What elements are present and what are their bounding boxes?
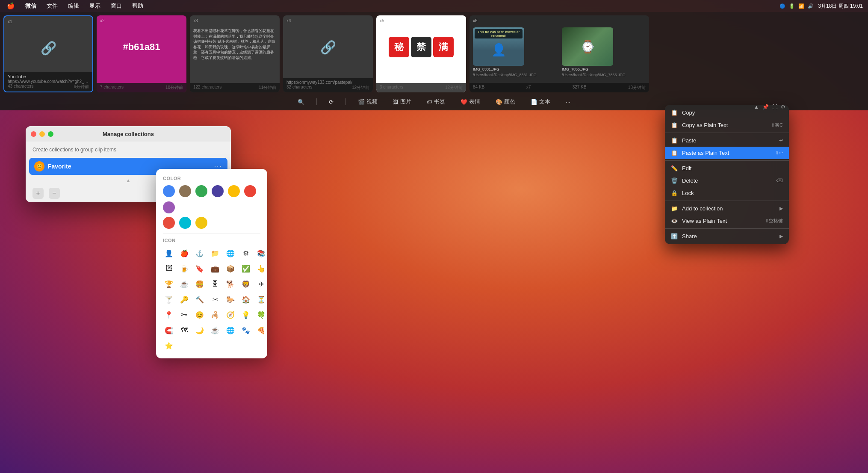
icon-cocktail[interactable]: 🍸 xyxy=(163,293,175,305)
cm-lock-label: Lock xyxy=(682,190,783,196)
icon-scorpion[interactable]: 🦂 xyxy=(209,309,221,321)
icon-book[interactable]: 📚 xyxy=(255,247,267,259)
clip-card-6[interactable]: x6 This file has been moved or renamed! … xyxy=(469,15,649,92)
clip-card-5[interactable]: x5 秘 禁 满 3 characters 12分钟前 xyxy=(376,15,466,92)
icon-pin[interactable]: 📍 xyxy=(163,309,175,321)
menubar-file[interactable]: 文件 xyxy=(45,1,59,11)
cm-share[interactable]: ⬆️ Share ▶ xyxy=(665,230,789,242)
menubar-view[interactable]: 显示 xyxy=(88,1,102,11)
menubar-window[interactable]: 窗口 xyxy=(109,1,124,11)
icon-coffee[interactable]: ☕ xyxy=(178,278,190,290)
icon-check[interactable]: ✅ xyxy=(240,263,252,275)
color-red-2[interactable] xyxy=(244,185,256,197)
icon-key2[interactable]: 🔑 xyxy=(178,293,190,305)
icon-hammer[interactable]: 🔨 xyxy=(194,293,206,305)
icon-apple[interactable]: 🍎 xyxy=(178,247,190,259)
color-brown[interactable] xyxy=(179,185,191,197)
icon-moon[interactable]: 🌙 xyxy=(194,324,206,336)
icon-globe[interactable]: 🌐 xyxy=(224,247,236,259)
remove-collection-button[interactable]: − xyxy=(49,188,60,199)
icon-plane[interactable]: ✈ xyxy=(255,278,267,290)
clip-card-3[interactable]: x3 我看不出是哪种花草在脚旁，什么清香的花挂在树枝上：在温馨的幽暗里，我只能猜… xyxy=(190,15,280,92)
cm-copy-plain-label: Copy as Plain Text xyxy=(682,122,767,128)
add-collection-button[interactable]: + xyxy=(32,188,44,199)
color-blue[interactable] xyxy=(163,185,175,197)
icon-beer[interactable]: 🍺 xyxy=(178,263,190,275)
icon-hourglass[interactable]: ⏳ xyxy=(255,293,267,305)
icon-burger[interactable]: 🍔 xyxy=(194,278,206,290)
card5-meta: 3 characters 12分钟前 xyxy=(380,85,463,91)
cm-paste-plain[interactable]: 📋 Paste as Plain Text ⇧↩ xyxy=(665,147,789,159)
card4-header: x4 xyxy=(283,15,373,26)
card3-footer: 122 characters 11分钟前 xyxy=(190,83,280,92)
icon-bookmark[interactable]: 🔖 xyxy=(194,263,206,275)
menubar-edit[interactable]: 编辑 xyxy=(66,1,81,11)
clip-card-2[interactable]: x2 #b61a81 7 characters 10分钟前 xyxy=(97,15,186,92)
icon-folder[interactable]: 📁 xyxy=(209,247,221,259)
toolbar-video[interactable]: 🎬 视频 xyxy=(354,96,381,107)
icon-magnet[interactable]: 🧲 xyxy=(163,324,175,336)
icon-house[interactable]: 🏠 xyxy=(240,293,252,305)
maximize-button[interactable] xyxy=(48,131,53,137)
toolbar-more[interactable]: ··· xyxy=(562,97,574,107)
clip-card-4[interactable]: x4 🔗 https://onmyway133.com/pastepai/ 32… xyxy=(283,15,373,92)
cm-copy[interactable]: 📋 Copy xyxy=(665,106,789,119)
icon-anchor[interactable]: ⚓ xyxy=(194,247,206,259)
menubar-help[interactable]: 帮助 xyxy=(130,1,145,11)
cm-add-collection[interactable]: 📁 Add to collection ▶ xyxy=(665,202,789,215)
icon-star[interactable]: ⭐ xyxy=(163,340,175,352)
icon-paw[interactable]: 🐾 xyxy=(240,324,252,336)
icon-box[interactable]: 📦 xyxy=(224,263,236,275)
icon-trophy[interactable]: 🏆 xyxy=(163,278,175,290)
icon-horse[interactable]: 🐎 xyxy=(224,293,236,305)
color-green[interactable] xyxy=(195,185,207,197)
toolbar-emoji[interactable]: ❤️ 表情 xyxy=(457,96,484,107)
color-cyan[interactable] xyxy=(179,217,191,229)
icon-pizza[interactable]: 🍕 xyxy=(255,324,267,336)
icon-clover[interactable]: 🍀 xyxy=(255,309,267,321)
icon-bulb[interactable]: 💡 xyxy=(240,309,252,321)
color-violet[interactable] xyxy=(163,201,175,213)
color-gold[interactable] xyxy=(195,217,207,229)
card2-meta: 7 characters 10分钟前 xyxy=(100,85,183,91)
toolbar-image[interactable]: 🖼 图片 xyxy=(390,96,415,107)
toolbar-reload[interactable]: ⟳ xyxy=(325,97,337,107)
card3-meta: 122 characters 11分钟前 xyxy=(193,85,276,91)
icon-lion[interactable]: 🦁 xyxy=(240,278,252,290)
toolbar-bookmark[interactable]: 🏷 书签 xyxy=(423,96,449,107)
cm-lock[interactable]: 🔒 Lock xyxy=(665,187,789,199)
icon-gear[interactable]: ⚙ xyxy=(240,247,252,259)
cm-copy-plain[interactable]: 📋 Copy as Plain Text ⇧⌘C xyxy=(665,119,789,131)
minimize-button[interactable] xyxy=(39,131,45,137)
icon-picture[interactable]: 🖼 xyxy=(163,263,175,275)
toolbar-color[interactable]: 🎨 颜色 xyxy=(492,96,519,107)
icon-key[interactable]: 🗝 xyxy=(178,309,190,321)
apple-menu[interactable]: 🍎 xyxy=(5,1,17,11)
add-collection-icon: 📁 xyxy=(671,205,678,212)
color-yellow[interactable] xyxy=(228,185,240,197)
clip-card-1[interactable]: x1 🔗 YouTube https://www.youtube.com/wat… xyxy=(3,15,93,92)
icon-scissors[interactable]: ✂ xyxy=(209,293,221,305)
icon-person[interactable]: 👤 xyxy=(163,247,175,259)
icon-smile[interactable]: 😊 xyxy=(194,309,206,321)
close-button[interactable] xyxy=(31,131,36,137)
color-purple[interactable] xyxy=(212,185,224,197)
toolbar-text[interactable]: 📄 文本 xyxy=(527,96,554,107)
toolbar-search[interactable]: 🔍 xyxy=(294,97,308,107)
cm-paste[interactable]: 📋 Paste ↩ xyxy=(665,134,789,147)
search-icon: 🔍 xyxy=(298,99,304,105)
icon-cabinet[interactable]: 🗄 xyxy=(209,278,221,290)
icon-pointer[interactable]: 👆 xyxy=(255,263,267,275)
menubar-app[interactable]: 微信 xyxy=(24,1,38,11)
cm-edit[interactable]: ✏️ Edit xyxy=(665,162,789,174)
cm-delete[interactable]: 🗑️ Delete ⌫ xyxy=(665,174,789,187)
icon-compass[interactable]: 🧭 xyxy=(224,309,236,321)
icon-dog[interactable]: 🐕 xyxy=(224,278,236,290)
icon-globe-2[interactable]: 🌐 xyxy=(224,324,236,336)
icon-map[interactable]: 🗺 xyxy=(178,324,190,336)
icon-coffee-2[interactable]: ☕ xyxy=(209,324,221,336)
cm-view-plain[interactable]: 👁️ View as Plain Text ⇧空格键 xyxy=(665,215,789,227)
color-red[interactable] xyxy=(163,217,175,229)
icon-briefcase[interactable]: 💼 xyxy=(209,263,221,275)
cm-paste-label: Paste xyxy=(682,137,775,144)
